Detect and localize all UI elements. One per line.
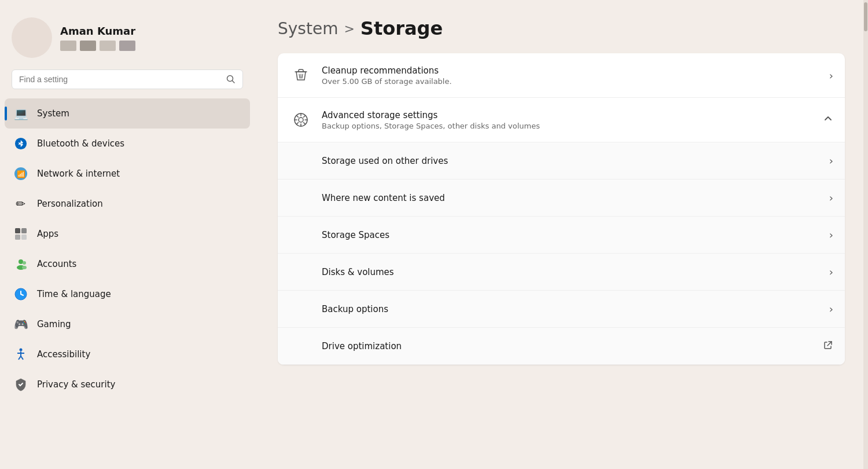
accessibility-icon <box>13 346 29 362</box>
disks-volumes-chevron-icon: › <box>829 266 833 278</box>
svg-line-32 <box>297 123 299 124</box>
sidebar-item-label-apps: Apps <box>37 229 58 239</box>
backup-label: Backup options <box>322 304 829 314</box>
svg-point-14 <box>22 266 27 269</box>
sidebar-item-accessibility[interactable]: Accessibility <box>5 339 250 369</box>
cleanup-text: Cleanup recommendations Over 5.00 GB of … <box>322 65 820 86</box>
storage-spaces-item[interactable]: Storage Spaces › <box>278 216 845 253</box>
cleanup-chevron-icon: › <box>829 69 833 82</box>
search-icon <box>226 75 236 84</box>
main-content: System > Storage Cleanup recommendations <box>255 0 868 382</box>
svg-point-11 <box>19 259 23 264</box>
cleanup-title: Cleanup recommendations <box>322 65 820 76</box>
sidebar-item-gaming[interactable]: 🎮 Gaming <box>5 309 250 339</box>
breadcrumb-current: Storage <box>361 17 443 39</box>
sidebar-item-label-accessibility: Accessibility <box>37 349 90 360</box>
user-name: Aman Kumar <box>60 25 135 37</box>
sidebar-item-personalization[interactable]: ✏️ Personalization <box>5 189 250 219</box>
svg-rect-9 <box>15 235 20 240</box>
svg-line-29 <box>297 116 299 118</box>
sidebar-item-label-privacy: Privacy & security <box>37 379 115 390</box>
badge-1 <box>60 41 76 51</box>
search-input[interactable] <box>19 75 222 84</box>
other-drives-chevron-icon: › <box>829 155 833 167</box>
advanced-subtitle: Backup options, Storage Spaces, other di… <box>322 122 814 130</box>
new-content-label: Where new content is saved <box>322 193 829 203</box>
sidebar-item-label-gaming: Gaming <box>37 319 71 329</box>
new-content-item[interactable]: Where new content is saved › <box>278 179 845 216</box>
sidebar-item-label-accounts: Accounts <box>37 259 76 269</box>
svg-line-33 <box>827 342 832 346</box>
nav-list: 💻 System Bluetooth & devices 📶 <box>0 98 255 469</box>
sidebar-item-label-network: Network & internet <box>37 168 120 179</box>
user-badges <box>60 41 135 51</box>
disks-volumes-label: Disks & volumes <box>322 267 829 277</box>
advanced-title: Advanced storage settings <box>322 110 814 120</box>
svg-text:📶: 📶 <box>17 170 25 178</box>
advanced-sub-items: Storage used on other drives › Where new… <box>278 142 845 364</box>
search-container <box>0 69 255 98</box>
drive-optimization-item[interactable]: Drive optimization <box>278 327 845 364</box>
svg-rect-10 <box>21 235 27 240</box>
sidebar-item-accounts[interactable]: Accounts <box>5 249 250 279</box>
sidebar-item-time[interactable]: Time & language <box>5 279 250 309</box>
personalization-icon: ✏️ <box>13 196 29 212</box>
sidebar-item-bluetooth[interactable]: Bluetooth & devices <box>5 129 250 159</box>
user-info: Aman Kumar <box>60 25 135 51</box>
apps-icon <box>13 226 29 242</box>
breadcrumb-parent[interactable]: System <box>278 19 338 38</box>
search-box[interactable] <box>12 69 243 89</box>
time-icon <box>13 286 29 302</box>
advanced-storage-section: Advanced storage settings Backup options… <box>278 98 845 365</box>
sidebar-item-system[interactable]: 💻 System <box>5 98 250 129</box>
sidebar-item-label-time: Time & language <box>37 289 111 299</box>
badge-4 <box>119 41 135 51</box>
sidebar-item-label-bluetooth: Bluetooth & devices <box>37 138 124 149</box>
drive-optimization-external-icon <box>823 340 833 353</box>
svg-rect-7 <box>15 228 20 233</box>
network-icon: 📶 <box>13 166 29 182</box>
privacy-icon <box>13 376 29 393</box>
advanced-storage-icon <box>289 108 312 131</box>
storage-spaces-chevron-icon: › <box>829 229 833 241</box>
new-content-chevron-icon: › <box>829 192 833 204</box>
sidebar-item-privacy[interactable]: Privacy & security <box>5 369 250 400</box>
cleanup-icon <box>289 64 312 87</box>
bluetooth-icon <box>13 135 29 152</box>
scrollbar-track[interactable] <box>863 0 868 469</box>
sidebar-item-label-personalization: Personalization <box>37 199 103 209</box>
advanced-text: Advanced storage settings Backup options… <box>322 110 814 130</box>
backup-item[interactable]: Backup options › <box>278 290 845 327</box>
advanced-storage-header[interactable]: Advanced storage settings Backup options… <box>278 98 845 142</box>
cleanup-subtitle: Over 5.00 GB of storage available. <box>322 77 820 86</box>
storage-other-drives-label: Storage used on other drives <box>322 156 829 166</box>
svg-line-30 <box>304 123 306 124</box>
drive-optimization-label: Drive optimization <box>322 341 823 351</box>
sidebar-item-label-system: System <box>37 108 69 119</box>
sidebar-item-network[interactable]: 📶 Network & internet <box>5 159 250 189</box>
svg-line-1 <box>233 81 235 83</box>
main-wrapper: System > Storage Cleanup recommendations <box>255 0 868 469</box>
svg-point-24 <box>299 118 303 122</box>
sidebar-item-apps[interactable]: Apps <box>5 219 250 249</box>
svg-line-22 <box>21 356 23 360</box>
settings-panel: Cleanup recommendations Over 5.00 GB of … <box>278 53 845 365</box>
gaming-icon: 🎮 <box>13 316 29 332</box>
badge-2 <box>80 41 96 51</box>
svg-point-18 <box>20 349 23 351</box>
breadcrumb: System > Storage <box>278 17 845 39</box>
user-profile: Aman Kumar <box>0 12 255 69</box>
sidebar: Aman Kumar 💻 System <box>0 0 255 469</box>
scrollbar-thumb[interactable] <box>864 2 867 31</box>
disks-volumes-item[interactable]: Disks & volumes › <box>278 253 845 290</box>
avatar <box>12 17 52 58</box>
breadcrumb-separator: > <box>344 21 354 36</box>
accounts-icon <box>13 256 29 272</box>
svg-point-13 <box>23 261 26 265</box>
backup-chevron-icon: › <box>829 303 833 315</box>
cleanup-recommendations-item[interactable]: Cleanup recommendations Over 5.00 GB of … <box>278 53 845 98</box>
storage-spaces-label: Storage Spaces <box>322 230 829 240</box>
badge-3 <box>100 41 116 51</box>
storage-other-drives-item[interactable]: Storage used on other drives › <box>278 142 845 179</box>
svg-rect-8 <box>21 228 27 233</box>
